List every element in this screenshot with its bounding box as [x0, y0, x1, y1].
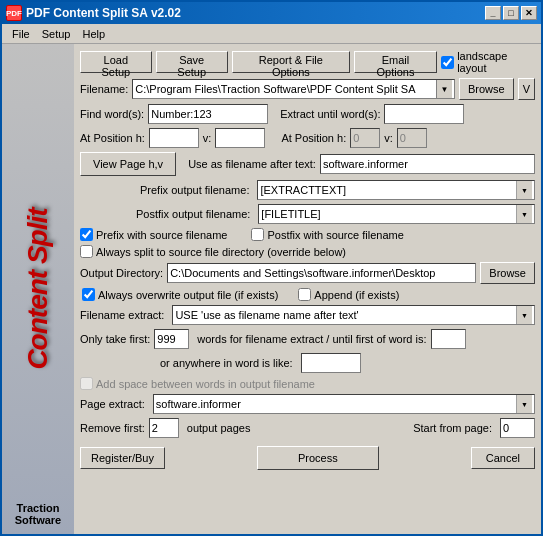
- window-controls: _ □ ✕: [485, 6, 537, 20]
- load-setup-button[interactable]: Load Setup: [80, 51, 152, 73]
- prefix-output-row: Prefix output filename: [EXTRACTTEXT] ▼: [80, 180, 535, 200]
- filename-extract-value: USE 'use as filename name after text': [175, 309, 516, 321]
- titlebar: PDF PDF Content Split SA v2.02 _ □ ✕: [2, 2, 541, 24]
- sidebar-label: Content Split: [22, 208, 54, 369]
- start-from-input[interactable]: [500, 418, 535, 438]
- prefix-source-label: Prefix with source filename: [80, 228, 227, 241]
- save-setup-button[interactable]: Save Setup: [156, 51, 228, 73]
- view-page-row: View Page h,v Use as filename after text…: [80, 152, 535, 176]
- landscape-layout-text: landscape layout: [457, 50, 535, 74]
- pos-left-h-label: At Position h:: [80, 132, 145, 144]
- always-split-label: Always split to source file directory (o…: [80, 245, 346, 258]
- checkbox-row-1: Prefix with source filename Postfix with…: [80, 228, 535, 241]
- postfix-source-text: Postfix with source filename: [267, 229, 403, 241]
- remove-first-label: Remove first:: [80, 422, 145, 434]
- main-window: PDF PDF Content Split SA v2.02 _ □ ✕ Fil…: [0, 0, 543, 536]
- or-anywhere-label: or anywhere in word is like:: [160, 357, 293, 369]
- postfix-source-label: Postfix with source filename: [251, 228, 403, 241]
- landscape-layout-label: landscape layout: [441, 50, 535, 74]
- output-browse-button[interactable]: Browse: [480, 262, 535, 284]
- page-extract-value: software.informer: [156, 398, 516, 410]
- always-split-checkbox[interactable]: [80, 245, 93, 258]
- output-dir-row: Output Directory: Browse: [80, 262, 535, 284]
- email-options-button[interactable]: Email Options: [354, 51, 437, 73]
- anywhere-row: or anywhere in word is like:: [80, 353, 535, 373]
- find-words-label: Find word(s):: [80, 108, 144, 120]
- checkbox-row-2: Always split to source file directory (o…: [80, 245, 535, 258]
- filename-row: Filename: C:\Program Files\Traction Soft…: [80, 78, 535, 100]
- output-dir-label: Output Directory:: [80, 267, 163, 279]
- pos-right-v-input[interactable]: [397, 128, 427, 148]
- prefix-output-arrow[interactable]: ▼: [516, 181, 532, 199]
- filename-extract-label: Filename extract:: [80, 309, 164, 321]
- postfix-output-arrow[interactable]: ▼: [516, 205, 532, 223]
- use-as-filename-label: Use as filename after text:: [188, 158, 316, 170]
- page-extract-arrow[interactable]: ▼: [516, 395, 532, 413]
- find-words-input[interactable]: [148, 104, 268, 124]
- overwrite-row: Always overwrite output file (if exists)…: [80, 288, 535, 301]
- filename-combo[interactable]: C:\Program Files\Traction Software\PDF C…: [132, 79, 455, 99]
- landscape-layout-checkbox[interactable]: [441, 56, 454, 69]
- postfix-output-value: [FILETITLE]: [261, 208, 516, 220]
- v-button[interactable]: V: [518, 78, 535, 100]
- toolbar-row: Load Setup Save Setup Report & File Opti…: [80, 50, 535, 74]
- anywhere-input[interactable]: [301, 353, 361, 373]
- menu-setup[interactable]: Setup: [36, 26, 77, 42]
- output-pages-label: output pages: [187, 422, 251, 434]
- remove-first-row: Remove first: output pages Start from pa…: [80, 418, 535, 438]
- menu-file[interactable]: File: [6, 26, 36, 42]
- filename-extract-row: Filename extract: USE 'use as filename n…: [80, 305, 535, 325]
- sidebar: Content Split Traction Software: [2, 44, 74, 534]
- maximize-button[interactable]: □: [503, 6, 519, 20]
- start-from-label: Start from page:: [413, 422, 492, 434]
- output-dir-input[interactable]: [167, 263, 476, 283]
- prefix-output-combo[interactable]: [EXTRACTTEXT] ▼: [257, 180, 535, 200]
- close-button[interactable]: ✕: [521, 6, 537, 20]
- menu-help[interactable]: Help: [76, 26, 111, 42]
- prefix-source-checkbox[interactable]: [80, 228, 93, 241]
- filename-dropdown-arrow[interactable]: ▼: [436, 80, 452, 98]
- register-buy-button[interactable]: Register/Buy: [80, 447, 165, 469]
- pos-left-h-input[interactable]: [149, 128, 199, 148]
- pos-right-h-input[interactable]: [350, 128, 380, 148]
- brand-line1: Traction: [15, 502, 61, 514]
- only-take-input[interactable]: [154, 329, 189, 349]
- always-split-text: Always split to source file directory (o…: [96, 246, 346, 258]
- append-exists-label: Append (if exists): [298, 288, 399, 301]
- append-exists-text: Append (if exists): [314, 289, 399, 301]
- postfix-source-checkbox[interactable]: [251, 228, 264, 241]
- app-icon: PDF: [6, 5, 22, 21]
- words-value-input[interactable]: [431, 329, 466, 349]
- extract-until-input[interactable]: [384, 104, 464, 124]
- filename-extract-arrow[interactable]: ▼: [516, 306, 532, 324]
- use-as-filename-input[interactable]: [320, 154, 535, 174]
- main-panel: Load Setup Save Setup Report & File Opti…: [74, 44, 541, 534]
- extract-until-label: Extract until word(s):: [280, 108, 380, 120]
- page-extract-combo[interactable]: software.informer ▼: [153, 394, 535, 414]
- process-button[interactable]: Process: [257, 446, 379, 470]
- pos-left-v-input[interactable]: [215, 128, 265, 148]
- add-space-checkbox[interactable]: [80, 377, 93, 390]
- postfix-output-label: Postfix output filename:: [136, 208, 250, 220]
- remove-first-input[interactable]: [149, 418, 179, 438]
- menubar: File Setup Help: [2, 24, 541, 44]
- filename-label: Filename:: [80, 83, 128, 95]
- browse-button[interactable]: Browse: [459, 78, 514, 100]
- bottom-buttons: Register/Buy Process Cancel: [80, 442, 535, 472]
- prefix-output-label: Prefix output filename:: [140, 184, 249, 196]
- prefix-source-text: Prefix with source filename: [96, 229, 227, 241]
- always-overwrite-text: Always overwrite output file (if exists): [98, 289, 278, 301]
- cancel-button[interactable]: Cancel: [471, 447, 535, 469]
- filename-value: C:\Program Files\Traction Software\PDF C…: [135, 83, 436, 95]
- minimize-button[interactable]: _: [485, 6, 501, 20]
- always-overwrite-label: Always overwrite output file (if exists): [82, 288, 278, 301]
- position-row: At Position h: v: At Position h: v:: [80, 128, 535, 148]
- add-space-label: Add space between words in output filena…: [80, 377, 315, 390]
- view-page-button[interactable]: View Page h,v: [80, 152, 176, 176]
- pos-right-h-label2: At Position h:: [281, 132, 346, 144]
- always-overwrite-checkbox[interactable]: [82, 288, 95, 301]
- report-file-options-button[interactable]: Report & File Options: [232, 51, 350, 73]
- postfix-output-combo[interactable]: [FILETITLE] ▼: [258, 204, 535, 224]
- append-exists-checkbox[interactable]: [298, 288, 311, 301]
- filename-extract-combo[interactable]: USE 'use as filename name after text' ▼: [172, 305, 535, 325]
